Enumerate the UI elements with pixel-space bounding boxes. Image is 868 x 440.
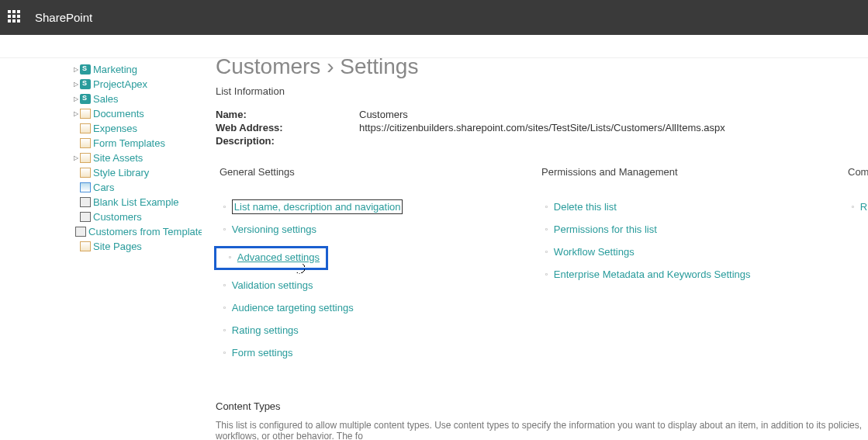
top-bar: SharePoint — [0, 0, 868, 35]
web-address-label: Web Address: — [216, 122, 359, 133]
sidebar-item-label[interactable]: Cars — [93, 182, 114, 193]
lib-icon — [75, 227, 86, 237]
sidebar-item-label[interactable]: Site Assets — [93, 152, 143, 164]
sidebar-tree: ▷Marketing▷ProjectApex▷Sales▷DocumentsEx… — [0, 58, 202, 440]
list-info-heading: List Information — [216, 85, 868, 97]
expand-icon[interactable]: ▷ — [74, 66, 78, 73]
content-types-heading: Content Types — [216, 400, 868, 412]
validation-settings-link[interactable]: Validation settings — [232, 279, 313, 291]
sidebar-item-label[interactable]: Site Pages — [93, 241, 142, 252]
doc-icon — [80, 138, 91, 148]
sidebar-item[interactable]: Expenses — [74, 121, 202, 136]
sidebar-item-label[interactable]: Documents — [93, 108, 144, 120]
sidebar-item[interactable]: Site Pages — [74, 239, 202, 254]
img-icon — [80, 182, 91, 192]
rating-settings-link[interactable]: Rating settings — [232, 324, 299, 336]
web-address-value: https://citizenbuilders.sharepoint.com/s… — [359, 122, 725, 133]
name-label: Name: — [216, 109, 359, 120]
advanced-settings-link[interactable]: Advanced settings — [237, 251, 320, 263]
permissions-link[interactable]: Permissions for this list — [554, 223, 657, 235]
app-title: SharePoint — [35, 11, 92, 24]
delete-list-link[interactable]: Delete this list — [554, 201, 617, 213]
doc-icon — [80, 123, 91, 133]
general-settings-heading: General Settings — [216, 166, 538, 178]
sidebar-item[interactable]: ▷ProjectApex — [74, 77, 202, 92]
sidebar-item[interactable]: Cars — [74, 180, 202, 195]
form-settings-link[interactable]: Form settings — [232, 347, 293, 359]
lib-icon — [80, 212, 91, 222]
expand-icon[interactable]: ▷ — [74, 81, 78, 88]
sidebar-item[interactable]: Blank List Example — [74, 195, 202, 210]
sidebar-item[interactable]: ▷Site Assets — [74, 151, 202, 165]
name-value: Customers — [359, 109, 408, 120]
audience-targeting-link[interactable]: Audience targeting settings — [232, 302, 354, 314]
s-icon — [80, 94, 91, 104]
versioning-settings-link[interactable]: Versioning settings — [232, 223, 316, 235]
sidebar-item-label[interactable]: Customers — [93, 211, 142, 223]
app-launcher-icon[interactable] — [8, 10, 23, 26]
doc-icon — [80, 109, 91, 119]
page-title: Customers › Settings — [216, 54, 868, 79]
list-name-link[interactable]: List name, description and navigation — [232, 199, 403, 214]
expand-icon[interactable]: ▷ — [74, 154, 78, 161]
sidebar-item-label[interactable]: Blank List Example — [93, 196, 179, 208]
doc-icon — [80, 168, 91, 178]
content-types-description: This list is configured to allow multipl… — [216, 420, 868, 440]
sidebar-item-label[interactable]: Expenses — [93, 123, 137, 134]
s-icon — [80, 64, 91, 74]
sidebar-item-label[interactable]: Form Templates — [93, 137, 165, 149]
s-icon — [80, 79, 91, 89]
sidebar-item[interactable]: Customers from Template — [74, 224, 202, 239]
sidebar-item[interactable]: Customers — [74, 210, 202, 224]
doc-icon — [80, 241, 91, 251]
highlight-box: Advanced settings — [214, 246, 328, 270]
sidebar-item-label[interactable]: ProjectApex — [93, 78, 147, 90]
expand-icon[interactable]: ▷ — [74, 110, 78, 117]
doc-icon — [80, 153, 91, 163]
sidebar-item[interactable]: ▷Marketing — [74, 62, 202, 77]
communications-heading: Comm — [844, 166, 868, 178]
permissions-heading: Permissions and Management — [538, 166, 844, 178]
sidebar-item[interactable]: ▷Sales — [74, 92, 202, 106]
sidebar-item-label[interactable]: Style Library — [93, 167, 149, 178]
enterprise-metadata-link[interactable]: Enterprise Metadata and Keywords Setting… — [554, 269, 751, 280]
sidebar-item[interactable]: Form Templates — [74, 136, 202, 151]
expand-icon[interactable]: ▷ — [74, 95, 78, 102]
main-content: Customers › Settings List Information Na… — [202, 58, 868, 440]
sidebar-item-label[interactable]: Sales — [93, 93, 119, 105]
workflow-settings-link[interactable]: Workflow Settings — [554, 246, 635, 258]
sidebar-item[interactable]: ▷Documents — [74, 106, 202, 121]
sidebar-item-label[interactable]: Customers from Template — [88, 226, 202, 237]
lib-icon — [80, 197, 91, 207]
rss-link[interactable]: RSS — [860, 201, 868, 213]
sidebar-item[interactable]: Style Library — [74, 165, 202, 180]
sidebar-item-label[interactable]: Marketing — [93, 64, 137, 75]
description-label: Description: — [216, 135, 359, 147]
